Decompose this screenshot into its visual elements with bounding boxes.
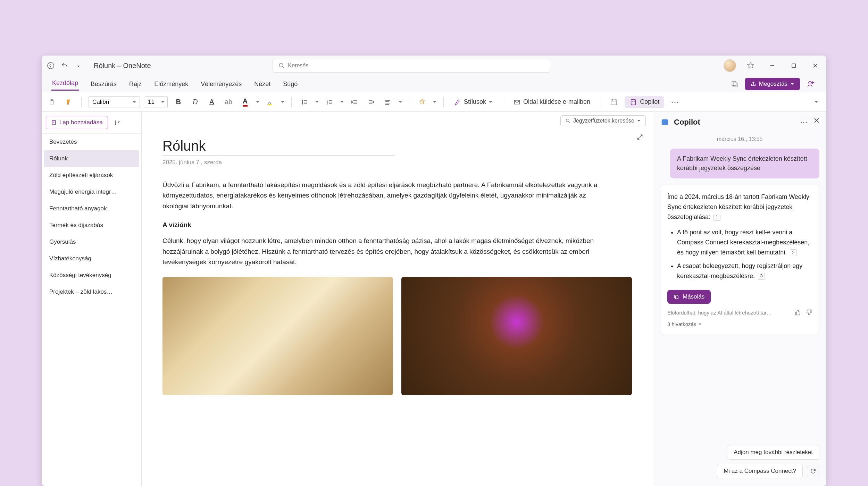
ribbon-tab-review[interactable]: Véleményezés: [200, 78, 242, 90]
copilot-close-button[interactable]: [814, 118, 819, 127]
outdent-button[interactable]: [349, 96, 360, 108]
copilot-assistant-card: Íme a 2024. március 18-án tartott Fabrik…: [660, 185, 819, 334]
styles-button[interactable]: Stílusok: [451, 96, 496, 108]
tag-button[interactable]: [416, 96, 428, 108]
more-button[interactable]: ⋯: [669, 96, 681, 108]
qat-dropdown[interactable]: [74, 61, 83, 70]
ribbon-tab-insert[interactable]: Beszúrás: [90, 78, 117, 90]
svg-point-10: [302, 100, 303, 100]
separator: [443, 97, 444, 107]
svg-rect-9: [268, 104, 272, 105]
svg-point-0: [48, 62, 54, 69]
ribbon-tab-view[interactable]: Nézet: [253, 78, 271, 90]
copilot-disclaimer-text: Előfordulhat, hogy az AI által létrehozo…: [667, 310, 772, 316]
back-button[interactable]: [46, 61, 56, 70]
copilot-suggestion-button[interactable]: Mi az a Compass Connect?: [717, 464, 803, 478]
vision-heading[interactable]: A víziónk: [162, 221, 632, 229]
page-body[interactable]: Rólunk 2025. június 7., szerda Üdvözli a…: [142, 130, 653, 395]
numbered-list-button[interactable]: 123: [324, 96, 335, 108]
ribbon-tab-draw[interactable]: Rajz: [128, 78, 142, 90]
search-placeholder: Keresés: [288, 62, 309, 69]
chevron-down-icon[interactable]: [256, 100, 259, 104]
collapse-ribbon-button[interactable]: [810, 96, 822, 108]
sidebar-item[interactable]: Megújuló energia integr…: [42, 184, 141, 200]
sidebar-item[interactable]: Rólunk: [44, 150, 139, 167]
copilot-header-actions: ⋯: [800, 118, 819, 127]
sidebar-item[interactable]: Vízhatékonyság: [42, 250, 141, 267]
thumbs-down-button[interactable]: [806, 309, 812, 316]
sidebar-item[interactable]: Közösségi tevékenység: [42, 267, 141, 284]
bullet-list-button[interactable]: [299, 96, 310, 108]
copilot-suggestion-button[interactable]: Adjon meg további részleteket: [727, 445, 819, 460]
copilot-more-button[interactable]: ⋯: [800, 118, 808, 127]
copilot-pane: Copilot ⋯ március 16., 13:55 A Fabrikam …: [653, 112, 826, 486]
vision-body[interactable]: Célunk, hogy olyan világot hozzunk létre…: [162, 236, 603, 267]
chevron-down-icon[interactable]: [433, 100, 436, 104]
copilot-copy-button[interactable]: Másolás: [667, 290, 711, 304]
highlight-button[interactable]: [264, 96, 276, 108]
share-button[interactable]: Megosztás: [745, 78, 800, 90]
sidebar: Lap hozzáadása Bevezetés Rólunk Zöld épí…: [42, 112, 142, 486]
svg-rect-22: [675, 296, 678, 299]
underline-button[interactable]: A: [206, 96, 218, 108]
reference-badge[interactable]: 1: [713, 214, 720, 221]
page-title[interactable]: Rólunk: [162, 138, 632, 154]
copilot-disclaimer-row: Előfordulhat, hogy az AI által létrehozo…: [667, 309, 812, 316]
close-button[interactable]: [808, 59, 822, 73]
paste-button[interactable]: [46, 96, 58, 108]
copilot-user-message: A Fabrikam Weekly Sync értekezleten kész…: [670, 149, 819, 178]
page-intro[interactable]: Üdvözli a Fabrikam, a fenntartható lakás…: [162, 180, 603, 211]
copilot-launch-icon[interactable]: [805, 78, 817, 90]
sidebar-item[interactable]: Zöld építészeti eljárások: [42, 167, 141, 184]
ribbon-tab-history[interactable]: Előzmények: [153, 78, 189, 90]
sidebar-item[interactable]: Fenntartható anyagok: [42, 200, 141, 217]
sidebar-item[interactable]: Termék és díjszabás: [42, 217, 141, 234]
sort-button[interactable]: [111, 117, 123, 128]
ribbon-tab-home[interactable]: Kezdőlap: [51, 77, 79, 91]
sidebar-item[interactable]: Gyorsulás: [42, 234, 141, 250]
strikethrough-button[interactable]: ab: [223, 96, 234, 108]
undo-button[interactable]: [60, 61, 69, 70]
format-painter-button[interactable]: [62, 96, 74, 108]
chevron-down-icon[interactable]: [399, 100, 402, 104]
copilot-references-toggle[interactable]: 3 hivatkozás: [667, 321, 812, 327]
expand-icon[interactable]: [634, 131, 646, 143]
indent-button[interactable]: [365, 96, 377, 108]
font-size-select[interactable]: 11: [145, 96, 168, 108]
svg-point-19: [634, 101, 635, 102]
reference-badge[interactable]: 3: [758, 273, 765, 280]
copilot-bullet: A csapat beleegyezett, hogy regisztráljo…: [677, 261, 812, 281]
user-avatar[interactable]: [724, 59, 736, 72]
italic-button[interactable]: D: [189, 96, 201, 108]
add-page-button[interactable]: Lap hozzáadása: [46, 116, 108, 129]
chevron-down-icon[interactable]: [315, 100, 319, 104]
svg-point-18: [632, 101, 633, 102]
copilot-refresh-button[interactable]: [807, 465, 819, 477]
thumbs-up-button[interactable]: [795, 309, 801, 316]
sidebar-item[interactable]: Projektek – zöld lakos…: [42, 284, 141, 300]
align-button[interactable]: [382, 96, 394, 108]
maximize-button[interactable]: [787, 59, 801, 73]
bold-button[interactable]: B: [173, 96, 184, 108]
copilot-toolbar-button[interactable]: Copilot: [625, 96, 664, 108]
search-bar[interactable]: Keresés: [273, 59, 550, 73]
image-wooden-architecture[interactable]: [162, 277, 393, 395]
add-page-icon: [51, 120, 57, 125]
reference-badge[interactable]: 2: [790, 249, 797, 256]
svg-point-12: [302, 103, 303, 104]
sidebar-item[interactable]: Bevezetés: [42, 134, 141, 150]
meeting-button[interactable]: [608, 96, 620, 108]
open-in-window-icon[interactable]: [728, 78, 740, 90]
image-atrium-dome[interactable]: [401, 277, 632, 395]
premium-icon[interactable]: [744, 59, 758, 73]
ribbon-tab-help[interactable]: Súgó: [282, 78, 298, 90]
search-notebooks-button[interactable]: Jegyzetfüzetek keresése: [560, 115, 646, 126]
separator: [291, 97, 292, 107]
chevron-down-icon[interactable]: [340, 100, 344, 104]
font-color-button[interactable]: A: [239, 96, 251, 108]
minimize-button[interactable]: [765, 59, 779, 73]
chevron-down-icon[interactable]: [281, 100, 284, 104]
main-area: Lap hozzáadása Bevezetés Rólunk Zöld épí…: [42, 112, 826, 486]
font-name-select[interactable]: Calibri: [89, 96, 140, 108]
email-page-button[interactable]: Oldal küldése e-mailben: [510, 96, 594, 108]
